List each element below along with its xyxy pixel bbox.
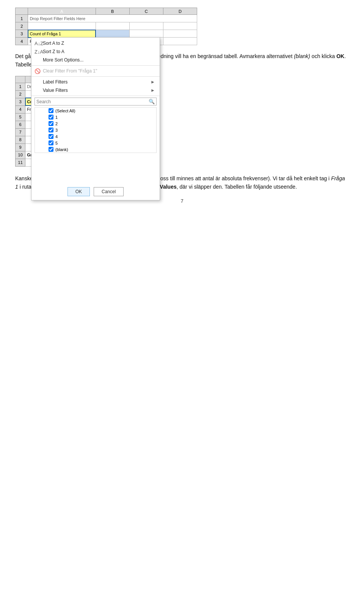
s2-col-header-empty (16, 76, 25, 83)
row-num: 2 (16, 22, 28, 30)
body-text-7: , där vi släpper den. Tabellen får följa… (177, 184, 297, 190)
col-header-empty (16, 8, 28, 15)
s2-row-1: 1 (16, 83, 25, 90)
s2-row-9: 9 (16, 143, 25, 151)
table-row: 3 Count of Fråga 1 (16, 30, 197, 38)
checkbox-val-blank-input[interactable] (49, 147, 53, 152)
more-sort-label: More Sort Options... (43, 57, 83, 63)
col-header-a: A (28, 8, 96, 15)
checkbox-select-all[interactable]: (Select All) (35, 107, 156, 114)
s2-row-7: 7 (16, 128, 25, 136)
checkbox-val-2-label: 2 (55, 121, 58, 126)
s2-row-6: 6 (16, 121, 25, 128)
row-num: 1 (16, 15, 28, 22)
value-filters-item[interactable]: Value Filters ► (31, 86, 160, 95)
page-number-value: 7 (180, 198, 183, 204)
checkbox-list: (Select All) 1 2 3 4 (35, 107, 157, 153)
checkbox-val-1-input[interactable] (49, 115, 53, 120)
sort-za-label: Sort Z to A (43, 49, 64, 54)
body-bold-values: Values (160, 184, 176, 190)
checkbox-val-3-input[interactable] (49, 128, 53, 132)
clear-filter-item: 🚫 Clear Filter From "Fråga 1" (31, 67, 160, 75)
cancel-button[interactable]: Cancel (94, 187, 124, 196)
cell-3c (129, 30, 163, 38)
separator-2 (31, 76, 160, 77)
col-header-c: C (129, 8, 163, 15)
row-num: 4 (16, 38, 28, 45)
cell-3b (96, 30, 129, 38)
cell-count-fraga: Count of Fråga 1 (28, 30, 96, 38)
cell-2c (129, 22, 163, 30)
label-filters-arrow: ► (151, 79, 155, 85)
drop-report-cell: Drop Report Filter Fields Here (28, 15, 197, 22)
filter-dropdown-menu: A↓Z Sort A to Z Z↓A Sort Z to A More Sor… (31, 37, 160, 200)
checkbox-val-3[interactable]: 3 (35, 127, 156, 133)
s2-row-11: 11 (16, 159, 25, 166)
body-bold-ok: OK (336, 53, 344, 59)
checkbox-select-all-label: (Select All) (55, 109, 75, 113)
checkbox-val-5[interactable]: 5 (35, 140, 156, 146)
value-filters-arrow: ► (151, 88, 155, 93)
sort-za-icon: Z↓A (35, 49, 43, 55)
checkbox-val-4-input[interactable] (49, 134, 53, 139)
s2-row-2: 2 (16, 90, 25, 98)
value-filters-label: Value Filters (43, 88, 68, 93)
checkbox-val-5-label: 5 (55, 141, 58, 145)
clear-filter-icon: 🚫 (35, 68, 41, 74)
checkbox-val-5-input[interactable] (49, 140, 53, 145)
cell-2d (163, 22, 197, 30)
cell-2b (96, 22, 129, 30)
label-filters-item[interactable]: Label Filters ► (31, 78, 160, 86)
empty-area (31, 153, 160, 183)
s2-row-3: 3 (16, 98, 25, 106)
dialog-buttons: OK Cancel (31, 183, 160, 199)
sort-az-label: Sort A to Z (43, 41, 64, 46)
s2-row-10: 10 (16, 151, 25, 159)
col-header-d: D (163, 8, 197, 15)
sort-az-item[interactable]: A↓Z Sort A to Z (31, 39, 160, 47)
checkbox-val-2[interactable]: 2 (35, 120, 156, 127)
sort-az-icon: A↓Z (35, 41, 43, 46)
cell-4d (163, 38, 197, 45)
separator-1 (31, 65, 160, 66)
ok-button[interactable]: OK (67, 187, 90, 196)
s2-row-4: 4 (16, 106, 25, 113)
s2-row-8: 8 (16, 136, 25, 143)
checkbox-val-1-label: 1 (55, 115, 58, 120)
cell-3d (163, 30, 197, 38)
checkbox-val-blank-label: (blank) (55, 147, 68, 152)
cell-2a (28, 22, 96, 30)
checkbox-val-4[interactable]: 4 (35, 133, 156, 140)
checkbox-val-2-input[interactable] (49, 121, 53, 126)
checkbox-select-all-input[interactable] (49, 108, 53, 113)
s2-row-5: 5 (16, 113, 25, 121)
checkbox-val-4-label: 4 (55, 134, 58, 139)
top-spreadsheet-area: A B C D 1 Drop Report Filter Fields Here… (15, 8, 197, 45)
label-filters-label: Label Filters (43, 79, 67, 85)
clear-filter-label: Clear Filter From "Fråga 1" (43, 68, 97, 74)
sort-za-item[interactable]: Z↓A Sort Z to A (31, 47, 160, 56)
body-text-2: och klicka (310, 53, 336, 59)
checkbox-val-blank[interactable]: (blank) (35, 146, 156, 153)
search-box: 🔍 (35, 98, 157, 106)
table-row: 2 (16, 22, 197, 30)
table-row: 1 Drop Report Filter Fields Here (16, 15, 197, 22)
col-header-b: B (96, 8, 129, 15)
row-num: 3 (16, 30, 28, 38)
search-input[interactable] (36, 99, 149, 104)
search-icon: 🔍 (149, 99, 155, 104)
more-sort-item[interactable]: More Sort Options... (31, 56, 160, 64)
checkbox-val-1[interactable]: 1 (35, 114, 156, 120)
checkbox-val-3-label: 3 (55, 128, 58, 132)
body-italic-blank: (blank) (294, 53, 310, 59)
separator-3 (31, 96, 160, 96)
